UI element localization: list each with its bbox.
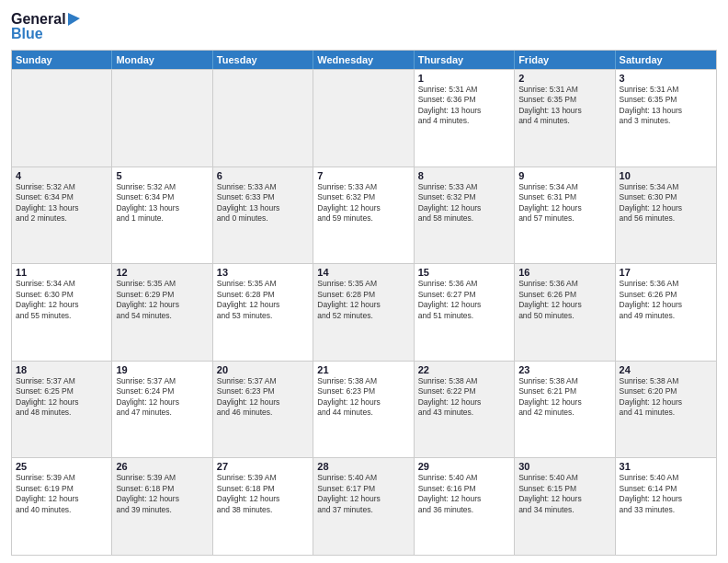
- weekday-header-friday: Friday: [515, 51, 615, 69]
- day-info: Sunrise: 5:35 AM Sunset: 6:28 PM Dayligh…: [217, 279, 309, 321]
- day-number: 14: [317, 267, 409, 278]
- day-info: Sunrise: 5:40 AM Sunset: 6:17 PM Dayligh…: [317, 473, 409, 515]
- day-number: 16: [518, 267, 610, 278]
- calendar-row-0: 1Sunrise: 5:31 AM Sunset: 6:36 PM Daylig…: [12, 69, 716, 167]
- calendar-day-2: 2Sunrise: 5:31 AM Sunset: 6:35 PM Daylig…: [515, 70, 615, 167]
- day-number: 23: [518, 364, 610, 375]
- day-info: Sunrise: 5:34 AM Sunset: 6:30 PM Dayligh…: [16, 279, 108, 321]
- day-number: 22: [418, 364, 510, 375]
- day-number: 3: [620, 73, 712, 84]
- calendar-day-28: 28Sunrise: 5:40 AM Sunset: 6:17 PM Dayli…: [313, 458, 414, 555]
- logo-area: GeneralBlue: [11, 9, 85, 42]
- day-info: Sunrise: 5:33 AM Sunset: 6:33 PM Dayligh…: [217, 182, 309, 224]
- calendar-day-31: 31Sunrise: 5:40 AM Sunset: 6:14 PM Dayli…: [616, 458, 716, 555]
- weekday-header-thursday: Thursday: [415, 51, 515, 69]
- day-info: Sunrise: 5:38 AM Sunset: 6:22 PM Dayligh…: [418, 376, 510, 419]
- day-info: Sunrise: 5:38 AM Sunset: 6:23 PM Dayligh…: [317, 376, 409, 419]
- day-info: Sunrise: 5:33 AM Sunset: 6:32 PM Dayligh…: [317, 182, 409, 224]
- day-info: Sunrise: 5:36 AM Sunset: 6:26 PM Dayligh…: [518, 279, 610, 321]
- day-info: Sunrise: 5:40 AM Sunset: 6:14 PM Dayligh…: [620, 473, 712, 515]
- calendar-header: SundayMondayTuesdayWednesdayThursdayFrid…: [12, 51, 716, 69]
- svg-text:General: General: [11, 11, 66, 27]
- day-info: Sunrise: 5:37 AM Sunset: 6:25 PM Dayligh…: [16, 376, 108, 419]
- day-info: Sunrise: 5:40 AM Sunset: 6:15 PM Dayligh…: [518, 473, 610, 515]
- day-number: 13: [217, 267, 309, 278]
- calendar-day-26: 26Sunrise: 5:39 AM Sunset: 6:18 PM Dayli…: [112, 458, 212, 555]
- day-number: 6: [217, 170, 309, 181]
- weekday-header-sunday: Sunday: [12, 51, 112, 69]
- day-number: 28: [317, 461, 409, 472]
- day-number: 8: [418, 170, 510, 181]
- day-number: 31: [620, 461, 712, 472]
- day-number: 10: [620, 170, 712, 181]
- day-info: Sunrise: 5:40 AM Sunset: 6:16 PM Dayligh…: [418, 473, 510, 515]
- calendar-empty-0-3: [313, 70, 414, 167]
- day-info: Sunrise: 5:32 AM Sunset: 6:34 PM Dayligh…: [16, 182, 108, 224]
- day-number: 1: [418, 73, 510, 84]
- day-number: 12: [116, 267, 208, 278]
- calendar-day-14: 14Sunrise: 5:35 AM Sunset: 6:28 PM Dayli…: [313, 264, 414, 361]
- day-info: Sunrise: 5:38 AM Sunset: 6:20 PM Dayligh…: [620, 376, 712, 419]
- calendar-day-11: 11Sunrise: 5:34 AM Sunset: 6:30 PM Dayli…: [12, 264, 112, 361]
- calendar-day-17: 17Sunrise: 5:36 AM Sunset: 6:26 PM Dayli…: [616, 264, 716, 361]
- day-info: Sunrise: 5:37 AM Sunset: 6:24 PM Dayligh…: [116, 376, 208, 419]
- calendar-day-12: 12Sunrise: 5:35 AM Sunset: 6:29 PM Dayli…: [112, 264, 212, 361]
- day-number: 17: [620, 267, 712, 278]
- day-info: Sunrise: 5:37 AM Sunset: 6:23 PM Dayligh…: [217, 376, 309, 419]
- day-number: 24: [620, 364, 712, 375]
- day-info: Sunrise: 5:35 AM Sunset: 6:29 PM Dayligh…: [116, 279, 208, 321]
- calendar-day-22: 22Sunrise: 5:38 AM Sunset: 6:22 PM Dayli…: [415, 362, 515, 458]
- calendar-day-18: 18Sunrise: 5:37 AM Sunset: 6:25 PM Dayli…: [12, 362, 112, 458]
- calendar-day-3: 3Sunrise: 5:31 AM Sunset: 6:35 PM Daylig…: [616, 70, 716, 167]
- calendar: SundayMondayTuesdayWednesdayThursdayFrid…: [11, 50, 717, 556]
- day-info: Sunrise: 5:34 AM Sunset: 6:31 PM Dayligh…: [518, 182, 610, 224]
- calendar-day-8: 8Sunrise: 5:33 AM Sunset: 6:32 PM Daylig…: [415, 167, 515, 264]
- weekday-header-wednesday: Wednesday: [313, 51, 414, 69]
- calendar-empty-0-2: [213, 70, 313, 167]
- day-info: Sunrise: 5:39 AM Sunset: 6:18 PM Dayligh…: [217, 473, 309, 515]
- day-number: 11: [16, 267, 108, 278]
- calendar-day-30: 30Sunrise: 5:40 AM Sunset: 6:15 PM Dayli…: [515, 458, 615, 555]
- day-number: 27: [217, 461, 309, 472]
- svg-marker-2: [68, 13, 80, 26]
- day-number: 30: [518, 461, 610, 472]
- calendar-day-27: 27Sunrise: 5:39 AM Sunset: 6:18 PM Dayli…: [213, 458, 313, 555]
- calendar-day-24: 24Sunrise: 5:38 AM Sunset: 6:20 PM Dayli…: [616, 362, 716, 458]
- calendar-day-9: 9Sunrise: 5:34 AM Sunset: 6:31 PM Daylig…: [515, 167, 615, 264]
- day-info: Sunrise: 5:36 AM Sunset: 6:26 PM Dayligh…: [620, 279, 712, 321]
- calendar-day-16: 16Sunrise: 5:36 AM Sunset: 6:26 PM Dayli…: [515, 264, 615, 361]
- calendar-row-2: 11Sunrise: 5:34 AM Sunset: 6:30 PM Dayli…: [12, 263, 716, 361]
- calendar-day-1: 1Sunrise: 5:31 AM Sunset: 6:36 PM Daylig…: [415, 70, 515, 167]
- day-number: 20: [217, 364, 309, 375]
- day-number: 19: [116, 364, 208, 375]
- weekday-header-tuesday: Tuesday: [213, 51, 313, 69]
- day-info: Sunrise: 5:31 AM Sunset: 6:36 PM Dayligh…: [418, 85, 510, 127]
- calendar-day-25: 25Sunrise: 5:39 AM Sunset: 6:19 PM Dayli…: [12, 458, 112, 555]
- calendar-day-29: 29Sunrise: 5:40 AM Sunset: 6:16 PM Dayli…: [415, 458, 515, 555]
- calendar-empty-0-0: [12, 70, 112, 167]
- day-info: Sunrise: 5:31 AM Sunset: 6:35 PM Dayligh…: [518, 85, 610, 127]
- calendar-day-5: 5Sunrise: 5:32 AM Sunset: 6:34 PM Daylig…: [112, 167, 212, 264]
- weekday-header-monday: Monday: [112, 51, 212, 69]
- day-info: Sunrise: 5:38 AM Sunset: 6:21 PM Dayligh…: [518, 376, 610, 419]
- calendar-day-23: 23Sunrise: 5:38 AM Sunset: 6:21 PM Dayli…: [515, 362, 615, 458]
- day-info: Sunrise: 5:39 AM Sunset: 6:19 PM Dayligh…: [16, 473, 108, 515]
- page: GeneralBlue SundayMondayTuesdayWednesday…: [0, 0, 728, 563]
- day-info: Sunrise: 5:32 AM Sunset: 6:34 PM Dayligh…: [116, 182, 208, 224]
- calendar-body: 1Sunrise: 5:31 AM Sunset: 6:36 PM Daylig…: [12, 69, 716, 555]
- calendar-empty-0-1: [112, 70, 212, 167]
- calendar-day-20: 20Sunrise: 5:37 AM Sunset: 6:23 PM Dayli…: [213, 362, 313, 458]
- calendar-row-4: 25Sunrise: 5:39 AM Sunset: 6:19 PM Dayli…: [12, 457, 716, 555]
- calendar-day-15: 15Sunrise: 5:36 AM Sunset: 6:27 PM Dayli…: [415, 264, 515, 361]
- day-info: Sunrise: 5:34 AM Sunset: 6:30 PM Dayligh…: [620, 182, 712, 224]
- day-info: Sunrise: 5:39 AM Sunset: 6:18 PM Dayligh…: [116, 473, 208, 515]
- calendar-day-10: 10Sunrise: 5:34 AM Sunset: 6:30 PM Dayli…: [616, 167, 716, 264]
- day-number: 29: [418, 461, 510, 472]
- header: GeneralBlue: [11, 9, 717, 42]
- calendar-day-21: 21Sunrise: 5:38 AM Sunset: 6:23 PM Dayli…: [313, 362, 414, 458]
- calendar-day-6: 6Sunrise: 5:33 AM Sunset: 6:33 PM Daylig…: [213, 167, 313, 264]
- calendar-day-19: 19Sunrise: 5:37 AM Sunset: 6:24 PM Dayli…: [112, 362, 212, 458]
- day-number: 25: [16, 461, 108, 472]
- calendar-day-13: 13Sunrise: 5:35 AM Sunset: 6:28 PM Dayli…: [213, 264, 313, 361]
- day-info: Sunrise: 5:33 AM Sunset: 6:32 PM Dayligh…: [418, 182, 510, 224]
